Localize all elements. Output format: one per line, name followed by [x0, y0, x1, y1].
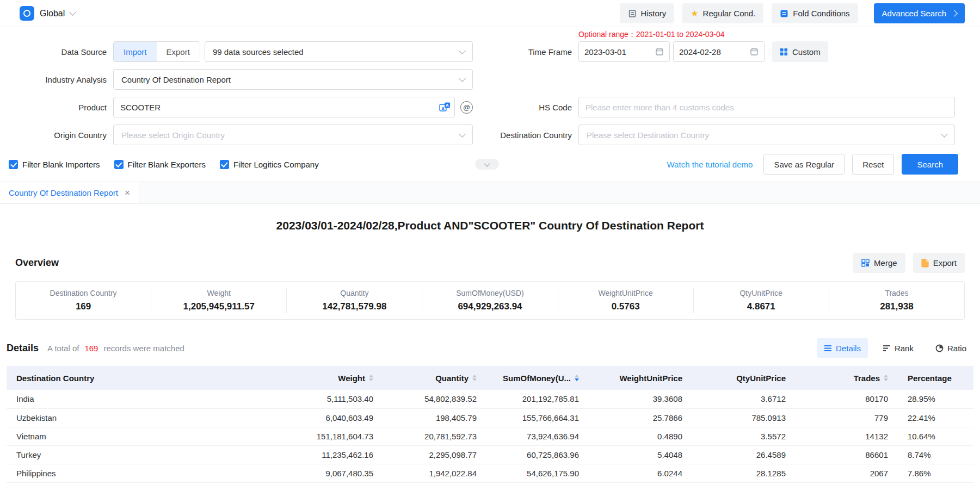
tab-close-icon[interactable]: ×	[125, 188, 130, 197]
col-sum-of-money[interactable]: SumOfMoney(U...	[486, 366, 589, 390]
filter-blank-importers-checkbox[interactable]: Filter Blank Importers	[9, 160, 100, 169]
report-title: 2023/03/01-2024/02/28,Product AND"SCOOTE…	[0, 219, 980, 232]
search-panel: Optional range：2021-01-01 to 2024-03-04 …	[0, 27, 980, 182]
history-label: History	[641, 9, 667, 18]
form-row-countries: Origin Country Please select Origin Coun…	[9, 125, 965, 145]
end-date-input[interactable]: 2024-02-28	[673, 41, 765, 62]
sort-icon-active[interactable]	[575, 375, 579, 381]
chevron-down-icon[interactable]	[69, 9, 76, 16]
star-icon: ★	[691, 9, 698, 18]
col-quantity[interactable]: Quantity	[383, 366, 486, 390]
regular-cond-label: Regular Cond.	[703, 9, 756, 18]
pie-chart-icon	[935, 344, 944, 352]
col-destination-country: Destination Country	[7, 366, 280, 390]
industry-analysis-value: Country Of Destination Report	[121, 75, 231, 84]
import-toggle[interactable]: Import	[114, 42, 157, 61]
overview-actions: Merge Export	[853, 253, 965, 273]
history-icon	[628, 9, 637, 18]
stat-weight: Weight 1,205,945,911.57	[151, 288, 287, 313]
export-file-icon	[921, 259, 929, 268]
collapse-conditions-button[interactable]	[475, 159, 499, 170]
industry-analysis-select[interactable]: Country Of Destination Report	[113, 69, 473, 90]
product-label: Product	[9, 103, 107, 112]
col-qty-unit-price: QtyUnitPrice	[692, 366, 796, 390]
form-row-data-source: Data Source Import Export 99 data source…	[9, 41, 965, 62]
translate-icon[interactable]: aA	[439, 102, 451, 113]
merge-icon	[861, 259, 870, 267]
tab-label: Country Of Destination Report	[9, 188, 118, 197]
export-button[interactable]: Export	[913, 253, 965, 273]
chevron-down-icon	[459, 47, 466, 54]
form-row-industry: Industry Analysis Country Of Destination…	[9, 69, 965, 90]
calendar-icon	[655, 47, 664, 56]
view-ratio-button[interactable]: Ratio	[928, 338, 973, 358]
advanced-search-label: Advanced Search	[882, 9, 946, 18]
custom-grid-icon	[780, 48, 788, 56]
filter-label: Filter Logitics Company	[233, 160, 319, 169]
advanced-search-button[interactable]: Advanced Search	[874, 3, 965, 23]
reset-button[interactable]: Reset	[852, 154, 894, 175]
table-row: Vietnam 151,181,604.73 20,781,592.73 73,…	[7, 427, 973, 445]
tutorial-link[interactable]: Watch the tutorial demo	[667, 160, 753, 169]
data-source-label: Data Source	[9, 47, 107, 57]
fold-conditions-label: Fold Conditions	[793, 9, 849, 18]
col-weight[interactable]: Weight	[280, 366, 383, 390]
stat-sum-of-money: SumOfMoney(USD) 694,929,263.94	[422, 288, 558, 313]
hs-code-input[interactable]	[578, 97, 955, 117]
sort-icon[interactable]	[369, 375, 373, 381]
view-details-label: Details	[836, 344, 861, 353]
search-button[interactable]: Search	[902, 154, 958, 175]
tab-country-of-destination-report[interactable]: Country Of Destination Report ×	[0, 182, 139, 203]
filter-actions: Watch the tutorial demo Save as Regular …	[667, 154, 958, 175]
filter-label: Filter Blank Exporters	[128, 160, 206, 169]
destination-country-select[interactable]: Please select Destination Country	[578, 125, 955, 145]
merge-label: Merge	[874, 258, 897, 268]
tab-strip: Country Of Destination Report ×	[0, 182, 980, 204]
workspace-selector[interactable]: Global	[40, 9, 65, 18]
sort-icon[interactable]	[884, 375, 888, 381]
col-trades[interactable]: Trades	[796, 366, 898, 390]
merge-button[interactable]: Merge	[853, 253, 905, 273]
details-table: Destination Country Weight Quantity SumO…	[7, 366, 973, 483]
filter-label: Filter Blank Importers	[22, 160, 100, 169]
origin-country-select[interactable]: Please select Origin Country	[113, 125, 473, 145]
sort-icon[interactable]	[472, 375, 477, 381]
end-date-value: 2024-02-28	[679, 47, 721, 57]
view-details-button[interactable]: Details	[817, 338, 868, 358]
export-toggle[interactable]: Export	[157, 42, 200, 61]
start-date-input[interactable]: 2023-03-01	[578, 41, 670, 62]
stat-qty-unit-price: QtyUnitPrice 4.8671	[694, 288, 829, 313]
data-source-select[interactable]: 99 data sources selected	[205, 41, 473, 62]
custom-range-label: Custom	[792, 47, 821, 57]
product-input[interactable]	[113, 97, 455, 117]
checkbox-checked-icon	[114, 160, 124, 169]
logo-glyph	[23, 10, 30, 17]
overview-section: Overview Merge Export Destination Countr…	[15, 253, 965, 320]
product-helper-icon[interactable]: @	[460, 101, 473, 114]
origin-country-label: Origin Country	[9, 130, 107, 140]
checkbox-checked-icon	[9, 160, 18, 169]
filter-blank-exporters-checkbox[interactable]: Filter Blank Exporters	[114, 160, 206, 169]
custom-range-button[interactable]: Custom	[772, 41, 828, 62]
filter-logistics-company-checkbox[interactable]: Filter Logitics Company	[220, 160, 319, 169]
history-button[interactable]: History	[620, 3, 675, 23]
industry-analysis-label: Industry Analysis	[9, 75, 107, 84]
overview-stats-card: Destination Country 169 Weight 1,205,945…	[15, 281, 965, 320]
fold-conditions-icon	[780, 9, 788, 18]
table-row: Philippines 9,067,480.35 1,942,022.84 54…	[7, 464, 973, 482]
destination-country-label: Destination Country	[473, 130, 572, 140]
svg-text:A: A	[446, 103, 449, 108]
fold-conditions-button[interactable]: Fold Conditions	[772, 3, 858, 23]
view-ratio-label: Ratio	[947, 344, 966, 353]
col-percentage: Percentage	[898, 366, 973, 390]
form-row-product: Product aA @ HS Code	[9, 97, 965, 117]
table-header-row: Destination Country Weight Quantity SumO…	[7, 366, 973, 390]
stat-weight-unit-price: WeightUnitPrice 0.5763	[558, 288, 694, 313]
view-rank-button[interactable]: Rank	[876, 338, 921, 358]
workspace-area: Global	[20, 6, 75, 21]
save-as-regular-button[interactable]: Save as Regular	[763, 154, 845, 175]
chevron-down-icon	[941, 130, 948, 138]
records-count: 169	[82, 344, 100, 353]
regular-cond-button[interactable]: ★ Regular Cond.	[682, 3, 763, 23]
chevron-down-icon	[459, 130, 466, 138]
